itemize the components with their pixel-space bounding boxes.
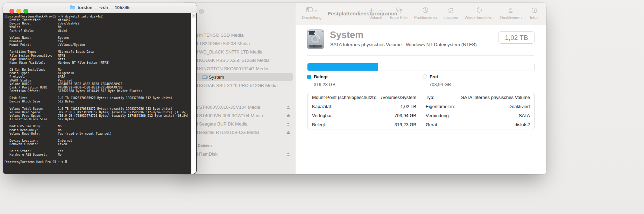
eject-icon[interactable] [285,114,291,117]
volume-detail-panel: System SATA Internes physisches Volume ·… [296,25,546,174]
sidebar-item-kodak-ssd-x120-pro-512gb-media[interactable]: KODAK SSD X120 PRO 512GB Media [184,81,293,90]
terminal-line: Volume Name: System [4,36,191,40]
terminal-line: Mount Point: /Volumes/System [4,43,191,47]
terminal-line [4,64,191,68]
toolbar-button-volume[interactable]: Volume [369,6,383,20]
zoom-button[interactable] [199,9,204,14]
terminal-line: Volume Total Space: 1.0 TB (102317038387… [4,107,191,110]
info-label: Verbindung: [426,113,450,118]
terminal-line: Whole: No [4,25,191,29]
toolbar-button-erste-hilfe[interactable]: Erste Hilfe [390,6,408,20]
view-button[interactable]: Darstellung [300,6,323,20]
info-value: 319,23 GB [395,122,416,127]
info-value: 1,02 TB [401,104,416,109]
info-label: Gerät: [426,122,438,127]
terminal-cursor [65,160,67,163]
sidebar-item-st4000vx016-3cv104-media[interactable]: ST4000VX016-3CV104 Media [184,103,293,111]
sidebar-item-kodak-pssd-x350-512gb-media[interactable]: KODAK PSSD X350 512GB Media [184,56,293,64]
toolbar-button-wiederherstellen[interactable]: Wiederherstellen [465,6,494,20]
terminal-line: Media OS Use Only: No [4,124,191,128]
toolbar-label: Löschen [444,15,458,20]
disk-utility-toolbar: Darstellung Festplattendienstprogramm Vo… [296,3,546,26]
sidebar-item-label: KODAK SSD X120 PRO 512GB Media [199,83,293,88]
info-icon [531,6,537,14]
sidebar-item-intenso-ssd-media[interactable]: INTENSO SSD Media [184,31,293,39]
toolbar-label: Volume [369,15,382,20]
toolbar-label: Deaktivieren [500,15,522,20]
toolbar-button-löschen[interactable]: Löschen [444,6,458,20]
scrollbar-marker-icon [192,14,196,18]
terminal-window: torsten — -zsh — 105×45 [torsten@Torsten… [3,3,197,174]
sidebar-item-realtek-rtl9210b-cg-media[interactable]: Realtek RTL9210B-CG Media [184,128,293,136]
info-value: /Volumes/System [381,95,416,100]
terminal-line: Hardware AES Support: No [4,153,191,156]
info-value: SATA [519,113,530,118]
terminal-titlebar[interactable]: torsten — -zsh — 105×45 [3,3,197,13]
legend-value: 319,23 GB [314,82,335,87]
info-row: Typ:SATA Internes physisches Volume [421,93,535,102]
terminal-line: [torsten@Torstens-Hack-Pro-G5 ~ % diskut… [4,15,191,18]
terminal-line: [torsten@Torstens-Hack-Pro-G5 ~ % [4,160,191,164]
terminal-line: Partition Type: Microsoft Basic Data [4,50,191,54]
view-label: Darstellung [300,15,323,20]
sidebar-item-system[interactable]: System [184,73,293,81]
hard-disk-icon [307,29,324,49]
sidebar-item-label: ST4000VN 006-3CW104 Media [199,113,285,118]
terminal-line: Disk Size: 1.0 TB (1023170385920 Bytes) … [4,96,191,100]
info-row: Belegt:319,23 GB [307,120,421,129]
info-value: disk4s2 [515,122,530,127]
volume-subtitle: SATA Internes physisches Volume · Window… [330,42,477,47]
terminal-line: Volume Free Space: 703.9 GB (70393577472… [4,114,191,117]
terminal-line: Partition Offset: 315621888 Bytes (61644… [4,89,191,93]
sidebar-item-st4000vn-006-3cw104-media[interactable]: ST4000VN 006-3CW104 Media [184,111,293,120]
toolbar-button-partitionieren[interactable]: Partitionieren [414,6,437,20]
info-value: SATA Internes physisches Volume [461,95,530,100]
sidebar-toggle-icon [306,7,313,14]
info-table-left-column: Mount-Point (schreibgeschützt):/Volumes/… [307,93,421,129]
disk-utility-window: InternINTENSO SSD MediaTS240GMTS420S Med… [181,3,546,174]
usage-bar-used-segment [307,63,378,71]
sidebar-item-label: Realtek RTL9210B-CG Media [199,130,285,135]
eject-icon[interactable] [285,122,291,126]
legend-frei: Frei703,94 GB [423,74,451,87]
eject-icon[interactable] [285,130,291,134]
sidebar-item-label: ST4000VX016-3CV104 Media [199,105,285,110]
terminal-line [4,135,191,139]
terminal-line: Solid State: Yes [4,149,191,153]
sidebar-item-label: KINGSTON SKC6001024G Media [199,66,293,71]
terminal-line: Mounted: Yes [4,40,191,43]
unmount-icon [508,6,514,14]
terminal-body[interactable]: [torsten@Torstens-Hack-Pro-G5 ~ % diskut… [3,13,191,174]
sidebar-item-ramdisk[interactable]: RamDisk [184,150,293,158]
sidebar-item-seagate-bup-bk-media[interactable]: Seagate BUP BK Media [184,120,293,128]
terminal-line: Name (User Visible): Windows NT File Sys… [4,61,191,64]
terminal-line: Removable Media: Fixed [4,142,191,146]
sidebar-item-ts240gmts420s-media[interactable]: TS240GMTS420S Media [184,39,293,48]
terminal-line [4,93,191,96]
pie-icon [422,6,429,14]
terminal-line: Part of Whole: disk4 [4,29,191,33]
terminal-line: Device Node: /dev/disk4s2 [4,22,191,25]
terminal-line: SMART Status: Verified [4,79,191,82]
white-circle-swatch [423,74,427,79]
toolbar-actions: VolumeErste HilfePartitionierenLöschenWi… [369,6,540,20]
terminal-line: Device Location: Internal [4,139,191,142]
terminal-title: torsten — -zsh — 105×45 [70,5,129,10]
toolbar-button-deaktivieren[interactable]: Deaktivieren [500,6,522,20]
sidebar-item-label: TS240GMTS420S Media [199,41,293,46]
sidebar-item-kingston-skc6001024g-media[interactable]: KINGSTON SKC6001024G Media [184,64,293,73]
volume-title: System [330,30,363,41]
eject-icon[interactable] [285,105,291,109]
info-label: Mount-Point (schreibgeschützt): [312,95,376,100]
terminal-scrollbar[interactable] [191,13,196,174]
toolbar-button-infos[interactable]: Infos [528,6,540,20]
toolbar-label: Infos [530,15,538,20]
info-label: Kapazität: [312,104,332,109]
sidebar-item-wd-black-sn770-1tb-media[interactable]: WD_BLACK SN770 1TB Media [184,48,293,56]
terminal-line: Device Block Size: 512 Bytes [4,100,191,103]
eject-icon[interactable] [285,152,291,156]
info-label: Verfügbar: [312,113,333,118]
folder-icon [70,5,76,10]
terminal-line: Type (Bundle): ntfs [4,57,191,61]
terminal-line: Media Type: Allgemein [4,71,191,75]
